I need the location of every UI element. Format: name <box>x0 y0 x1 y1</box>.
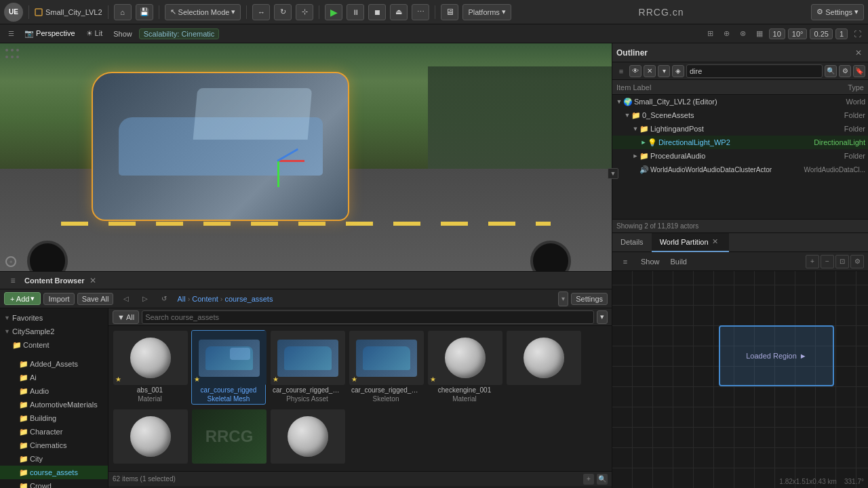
sidebar-item-cinematics[interactable]: 📁 Cinematics <box>0 439 108 452</box>
save-button[interactable]: 💾 <box>136 4 153 20</box>
import-button[interactable]: Import <box>43 293 74 305</box>
outliner-settings-btn[interactable]: ⚙ <box>839 65 851 77</box>
nav-content[interactable]: Content <box>192 295 218 303</box>
save-all-button[interactable]: Save All <box>77 293 114 305</box>
outliner-search-input[interactable] <box>686 64 823 78</box>
sidebar-item-content[interactable]: 📁 Content <box>0 338 108 352</box>
sidebar-item-audio[interactable]: 📁 Audio <box>0 384 108 398</box>
sidebar-item-building[interactable]: 📁 Building <box>0 411 108 425</box>
play-button[interactable]: ▶ <box>325 4 342 20</box>
layout-icon-btn[interactable]: ☰ <box>4 27 18 41</box>
asset-item6[interactable] <box>506 330 580 405</box>
outliner-menu-btn[interactable]: ≡ <box>615 65 627 77</box>
tree-item-scene-assets[interactable]: ▼ 📁 0_SceneAssets Folder <box>612 108 868 122</box>
asset-car-rigged[interactable]: ★ car_course_rigged Skeletal Mesh <box>191 330 266 405</box>
asset-thumb: RRCG <box>192 409 267 464</box>
snap-rotate-btn[interactable]: ⊕ <box>720 27 734 41</box>
tree-item-world-audio[interactable]: 🔊 WorldAudioWorldAudioDataClusterActor W… <box>612 163 868 176</box>
expand-btn[interactable]: ▼ <box>608 168 618 179</box>
cb-settings-button[interactable]: Settings <box>571 293 608 305</box>
sidebar-item-ai[interactable]: 📁 Ai <box>0 371 108 384</box>
asset-item7[interactable] <box>113 409 187 467</box>
tab-details[interactable]: Details <box>612 233 652 252</box>
platforms-button[interactable]: Platforms ▾ <box>462 4 511 20</box>
history-forward-btn[interactable]: ▷ <box>136 291 154 307</box>
tree-label: Small_City_LVL2 (Editor) <box>634 98 797 106</box>
scale-button[interactable]: ⊹ <box>296 4 313 20</box>
grid-btn[interactable]: ▦ <box>753 27 766 41</box>
tree-item-lighting[interactable]: ▼ 📁 LightingandPost Folder <box>612 122 868 136</box>
outliner-filter-btn[interactable]: ▾ <box>658 65 670 77</box>
content-search-input[interactable] <box>142 310 594 324</box>
selection-mode-button[interactable]: ↖ Selection Mode ▾ <box>165 4 241 20</box>
wp-settings2-btn[interactable]: ⚙ <box>850 255 864 268</box>
wp-zoom-out-btn[interactable]: − <box>821 255 834 268</box>
car-preview <box>277 340 338 377</box>
tree-item-procedural-audio[interactable]: ► 📁 ProceduralAudio Folder <box>612 149 868 163</box>
asset-car-physics[interactable]: ★ car_course_rigged_PhysicsAsset Physics… <box>270 330 344 405</box>
show-view-btn[interactable]: Show <box>109 28 136 39</box>
det-menu-btn[interactable]: ≡ <box>616 253 634 270</box>
dropdown-arrow-icon: ▾ <box>231 7 235 16</box>
asset-checkengine[interactable]: ★ checkengine_001 Material <box>427 330 502 405</box>
outliner-search-btn[interactable]: 🔍 <box>825 65 837 77</box>
snap-to-grid-btn[interactable]: ⊞ <box>704 27 717 41</box>
asset-item9[interactable] <box>270 409 344 467</box>
sphere-preview <box>445 338 486 378</box>
outliner-eye-btn[interactable]: 👁 <box>629 65 642 77</box>
sidebar-item-added-assets[interactable]: 📁 Added_Assets <box>0 357 108 371</box>
second-toolbar: ☰ 📷 Perspective ☀ Lit Show Scalability: … <box>0 24 868 43</box>
asset-abs001[interactable]: ★ abs_001 Material <box>113 330 187 405</box>
tab-close-btn[interactable]: ✕ <box>710 237 721 247</box>
history-back-btn[interactable]: ◁ <box>117 291 135 307</box>
outliner-eye2-btn[interactable]: ◈ <box>672 65 684 77</box>
wp-zoom-in-btn[interactable]: + <box>806 255 819 268</box>
eject-button[interactable]: ⏏ <box>390 4 408 20</box>
add-bottom-icon[interactable]: + <box>583 474 594 485</box>
perspective-view-btn[interactable]: 📷 Perspective <box>20 28 79 39</box>
add-button[interactable]: + Add ▾ <box>4 292 41 305</box>
fullscreen-btn[interactable]: ⛶ <box>850 27 864 41</box>
content-browser-close-btn[interactable]: ✕ <box>87 275 98 286</box>
outliner-close-btn[interactable]: ✕ <box>853 47 864 58</box>
refresh-btn[interactable]: ↺ <box>155 291 173 307</box>
home-button[interactable]: ⌂ <box>114 4 132 20</box>
loaded-region[interactable]: Loaded Region ► <box>719 325 834 386</box>
rotate-button[interactable]: ↻ <box>274 4 292 20</box>
search-bottom-icon[interactable]: 🔍 <box>597 474 608 485</box>
settings-button[interactable]: ⚙ Settings ▾ <box>811 4 864 20</box>
sidebar-item-crowd[interactable]: 📁 Crowd <box>0 479 108 488</box>
sidebar-item-citysample2[interactable]: ▼ CitySample2 <box>0 325 108 338</box>
sidebar-item-favorites[interactable]: ▼ Favorites <box>0 311 108 325</box>
translate-button[interactable]: ↔ <box>252 4 270 20</box>
tab-world-partition[interactable]: World Partition ✕ <box>652 233 729 252</box>
show-button[interactable]: Show <box>637 256 664 267</box>
view-options-button[interactable]: ▾ <box>597 310 608 324</box>
outliner-header: Outliner ✕ <box>612 43 868 62</box>
sidebar-item-city[interactable]: 📁 City <box>0 452 108 466</box>
viewport[interactable]: + <box>0 43 612 271</box>
outliner-close2-btn[interactable]: ✕ <box>644 65 656 77</box>
nav-dropdown-btn[interactable]: ▾ <box>558 291 568 306</box>
nav-course-assets[interactable]: course_assets <box>225 295 273 303</box>
sidebar-item-character[interactable]: 📁 Character <box>0 425 108 439</box>
snap-scale-btn[interactable]: ⊗ <box>736 27 750 41</box>
sidebar-item-automotive[interactable]: 📁 AutomotiveMaterials <box>0 398 108 411</box>
sidebar-item-course-assets[interactable]: 📁 course_assets <box>0 466 108 479</box>
cb-menu-btn[interactable]: ≡ <box>4 272 22 289</box>
tree-item-world[interactable]: ▼ 🌍 Small_City_LVL2 (Editor) World <box>612 95 868 108</box>
stop-button[interactable]: ⏹ <box>368 4 386 20</box>
asset-car-skeleton[interactable]: ★ car_course_rigged_Skeleton Skeleton <box>349 330 423 405</box>
filter-button[interactable]: ▼ All <box>113 310 139 324</box>
asset-watermark[interactable]: RRCG <box>191 409 266 467</box>
lit-view-btn[interactable]: ☀ Lit <box>82 28 107 39</box>
pause-button[interactable]: ⏸ <box>347 4 364 20</box>
outliner-toolbar: ≡ 👁 ✕ ▾ ◈ 🔍 ⚙ 🔖 <box>612 62 868 80</box>
arrow-icon: ▼ <box>4 314 11 321</box>
wp-fit-btn[interactable]: ⊡ <box>835 255 849 268</box>
outliner-bookmark-btn[interactable]: 🔖 <box>853 65 865 77</box>
tree-item-directional-light[interactable]: ► 💡 DirectionalLight_WP2 DirectionalLigh… <box>612 136 868 149</box>
build-button[interactable]: Build <box>667 256 691 267</box>
more-button[interactable]: ⋯ <box>412 4 429 20</box>
nav-all[interactable]: All <box>177 295 185 303</box>
